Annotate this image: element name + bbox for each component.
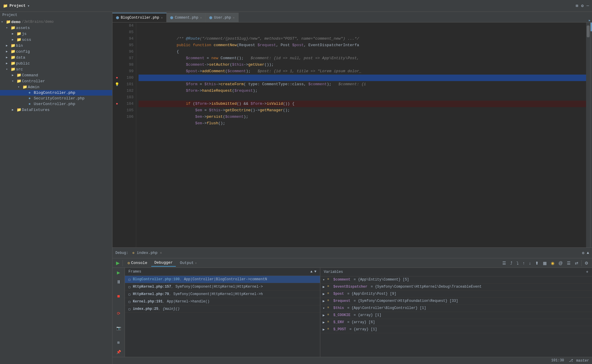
pause-btn[interactable]: ⏸	[115, 278, 123, 286]
watch-btn[interactable]: ◉	[550, 260, 556, 266]
expand-icon[interactable]: ▶	[323, 327, 326, 332]
arrow-icon: ▶	[6, 44, 11, 47]
eval-btn[interactable]: ⬆	[534, 260, 540, 266]
tree-item-securitycontroller[interactable]: ● SecurityController.php	[0, 96, 112, 101]
tree-item-bin[interactable]: ▶ 📁 bin	[0, 43, 112, 49]
debug-close-btn[interactable]: ✕	[160, 251, 162, 255]
breakpoint-icon[interactable]: ●	[116, 76, 118, 80]
var-item-cookie[interactable]: ▶ ≡ $_COOKIE = {array} [1]	[320, 312, 592, 319]
var-item-this[interactable]: ▾ ≡ $this = {App\Controller\BlogControll…	[320, 305, 592, 312]
debug-header-controls: ⚙ ▲	[582, 251, 589, 255]
lightbulb-icon[interactable]: 💡	[115, 82, 119, 87]
tree-item-command[interactable]: ▶ 📁 Command	[0, 72, 112, 78]
var-item-post-global[interactable]: ▶ ≡ $_POST = {array} [1]	[320, 326, 592, 333]
expand-icon[interactable]: ▾	[323, 306, 326, 310]
breakpoint-icon[interactable]: ●	[116, 102, 118, 106]
tab-label: Comment.php	[175, 16, 198, 20]
minimize-icon[interactable]: —	[587, 3, 589, 8]
editor-scrollbar[interactable]	[586, 22, 590, 247]
expand-icon[interactable]: ▶	[323, 285, 326, 289]
output-close-btn[interactable]: ✕	[195, 261, 197, 265]
var-type-icon: ≡	[327, 299, 332, 302]
tab-comment[interactable]: Comment.php ✕	[167, 13, 206, 22]
folder-icon: 📁	[3, 4, 8, 8]
var-item-eventdispatcher[interactable]: ▶ ≡ $eventDispatcher = {Symfony\Componen…	[320, 284, 592, 291]
tree-item-datafixtures[interactable]: ▶ 📁 DataFixtures	[0, 107, 112, 113]
restart-btn[interactable]: ⟳	[115, 310, 123, 317]
tree-item-data[interactable]: ▶ 📁 data	[0, 54, 112, 60]
var-item-comment[interactable]: ▾ ≡ $comment = {App\Entity\Comment} [5]	[320, 276, 592, 284]
gutter-101: 💡	[112, 81, 121, 88]
terminal-btn[interactable]: ⊞	[115, 339, 123, 346]
frame-item-0[interactable]: ▢ BlogController.php:100, App|Controller…	[125, 276, 320, 283]
tree-item-controller[interactable]: ▾ 📁 Controller	[0, 78, 112, 84]
list-btn[interactable]: ☰	[566, 260, 572, 266]
folder-icon: 📁	[17, 31, 22, 36]
expand-icon[interactable]: ▾	[323, 278, 326, 282]
tree-item-js[interactable]: ▶ 📁 js	[0, 31, 112, 37]
layout-icon[interactable]: ⊞	[576, 3, 578, 8]
expand-icon[interactable]: ▲	[587, 251, 589, 255]
step-out-btn[interactable]: ↑	[522, 260, 526, 266]
var-item-request[interactable]: ▶ ≡ $request = {Symfony\Component\HttpFo…	[320, 298, 592, 305]
dropdown-arrow[interactable]: ▾	[28, 4, 30, 8]
var-add-btn[interactable]: +	[586, 270, 588, 274]
tree-item-public[interactable]: ▶ 📁 public	[0, 60, 112, 66]
step-into-btn[interactable]: ⤵	[515, 260, 520, 266]
pin-btn[interactable]: 📌	[115, 349, 123, 356]
expand-icon[interactable]: ▶	[323, 292, 326, 296]
tree-item-src[interactable]: ▾ 📁 src	[0, 66, 112, 72]
play-btn[interactable]: ▶	[115, 260, 121, 266]
code-content[interactable]: /** @Route("/comment/{postSlug}/new", me…	[136, 22, 586, 247]
camera-btn[interactable]: 📷	[115, 325, 123, 332]
settings-icon[interactable]: ⚙	[581, 3, 583, 8]
more-btn[interactable]: ⇄	[574, 260, 580, 266]
debug-tab-debugger[interactable]: Debugger	[151, 259, 176, 267]
status-bar-right: 101:30 ⎇ master	[551, 358, 589, 363]
code-line-84	[139, 22, 586, 29]
tab-close-btn[interactable]: ✕	[233, 16, 235, 20]
frames-down-btn[interactable]: ▼	[314, 270, 316, 274]
run-cursor-btn[interactable]: ↓	[528, 260, 532, 266]
sidebar: Project ▾ 📁 demo /JetBrains/demo ▾ 📁 ass…	[0, 12, 112, 364]
frames-up-btn[interactable]: ▲	[311, 270, 313, 274]
expand-icon[interactable]: ▶	[323, 320, 326, 325]
content-area: Project ▾ 📁 demo /JetBrains/demo ▾ 📁 ass…	[0, 12, 592, 364]
step-all-btn[interactable]: ☰	[501, 260, 507, 266]
tab-close-btn[interactable]: ✕	[200, 16, 202, 20]
tree-item-config[interactable]: ▶ 📁 config	[0, 49, 112, 54]
tree-item-usercontroller[interactable]: ● UserController.php	[0, 101, 112, 107]
var-item-post[interactable]: ▶ ≡ $post = {App\Entity\Post} [9]	[320, 291, 592, 298]
tab-close-btn[interactable]: ✕	[161, 16, 163, 20]
step-over-btn[interactable]: ⤴	[509, 260, 514, 266]
debug-left-toolbar: ▶ ⏸ ■ ⟳ 📷 ⊞ 📌	[112, 268, 125, 357]
tab-blogcontroller[interactable]: BlogController.php ✕	[112, 13, 167, 22]
tree-item-admin[interactable]: ▾ 📁 Admin	[0, 84, 112, 90]
settings-btn[interactable]: ⚙	[583, 260, 590, 266]
debug-tab-output[interactable]: Output ✕	[177, 260, 200, 266]
folder-icon: 📁	[11, 49, 16, 54]
frames-btn[interactable]: ▦	[542, 260, 548, 266]
tab-user[interactable]: User.php ✕	[206, 13, 239, 22]
expand-icon[interactable]: ▶	[323, 299, 326, 303]
variables-controls: +	[586, 270, 588, 274]
frame-icon: ▢	[128, 285, 131, 289]
frame-item-4[interactable]: ▢ index.php:25, {main}()	[125, 305, 320, 313]
debug-tab-console[interactable]: ⚙ Console	[125, 260, 150, 267]
settings-gear-icon[interactable]: ⚙	[582, 251, 584, 255]
frame-icon: ▢	[128, 307, 131, 311]
tree-item-scss[interactable]: ▶ 📁 scss	[0, 37, 112, 43]
tree-item-demo[interactable]: ▾ 📁 demo /JetBrains/demo	[0, 19, 112, 25]
expand-icon[interactable]: ▶	[323, 313, 326, 318]
frame-item-3[interactable]: ▢ Kernel.php:191, App|Kernel->handle()	[125, 298, 320, 305]
at-btn[interactable]: @	[557, 260, 564, 266]
frame-item-2[interactable]: ▢ HttpKernel.php:79, Symfony|Component|H…	[125, 291, 320, 298]
gutter-84	[112, 22, 121, 29]
frame-item-1[interactable]: ▢ HttpKernel.php:157, Symfony|Component|…	[125, 283, 320, 291]
var-item-env[interactable]: ▶ ≡ $_ENV = {array} [6]	[320, 319, 592, 326]
run-btn[interactable]: ▶	[115, 269, 123, 276]
stop-btn[interactable]: ■	[115, 293, 123, 300]
arrow-icon: ▾	[6, 67, 11, 71]
tree-item-blogcontroller[interactable]: ● BlogController.php	[0, 90, 112, 96]
tree-item-assets[interactable]: ▾ 📁 assets	[0, 25, 112, 31]
